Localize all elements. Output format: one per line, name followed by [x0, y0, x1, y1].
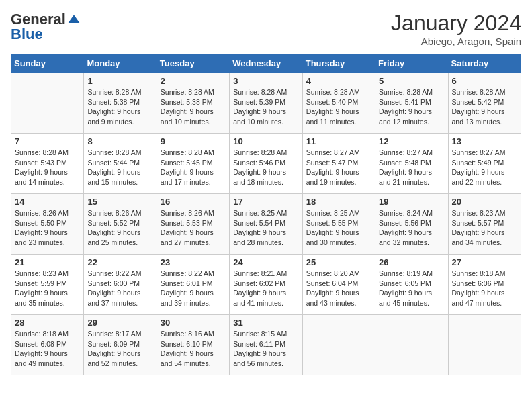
calendar-cell: 28Sunrise: 8:18 AMSunset: 6:08 PMDayligh…: [11, 315, 84, 375]
sunset-text: Sunset: 6:04 PM: [306, 279, 359, 287]
cell-content: Sunrise: 8:23 AMSunset: 5:57 PMDaylight:…: [452, 208, 517, 248]
sunset-text: Sunset: 6:00 PM: [87, 279, 140, 287]
day-number: 22: [87, 257, 152, 267]
calendar-cell: 23Sunrise: 8:22 AMSunset: 6:01 PMDayligh…: [157, 255, 229, 315]
calendar-cell: 27Sunrise: 8:18 AMSunset: 6:06 PMDayligh…: [448, 255, 521, 315]
header-cell-tuesday: Tuesday: [157, 54, 229, 73]
daylight-text: Daylight: 9 hours and 43 minutes.: [306, 289, 359, 307]
sunrise-text: Sunrise: 8:26 AM: [15, 209, 69, 217]
daylight-text: Daylight: 9 hours and 47 minutes.: [452, 289, 505, 307]
day-number: 8: [87, 136, 152, 146]
calendar-cell: 30Sunrise: 8:16 AMSunset: 6:10 PMDayligh…: [157, 315, 229, 375]
week-row-4: 21Sunrise: 8:23 AMSunset: 5:59 PMDayligh…: [11, 255, 521, 315]
day-number: 15: [87, 197, 152, 207]
calendar-cell: 26Sunrise: 8:19 AMSunset: 6:05 PMDayligh…: [375, 255, 448, 315]
day-number: 31: [233, 318, 298, 328]
svg-marker-0: [69, 15, 80, 23]
calendar-cell: [448, 315, 521, 375]
header-cell-friday: Friday: [375, 54, 448, 73]
sunrise-text: Sunrise: 8:27 AM: [306, 148, 360, 156]
cell-content: Sunrise: 8:24 AMSunset: 5:56 PMDaylight:…: [379, 208, 444, 248]
sunrise-text: Sunrise: 8:22 AM: [87, 269, 141, 277]
day-number: 20: [452, 197, 517, 207]
location: Abiego, Aragon, Spain: [391, 36, 521, 47]
sunset-text: Sunset: 5:53 PM: [161, 219, 213, 227]
calendar-cell: 11Sunrise: 8:27 AMSunset: 5:47 PMDayligh…: [302, 134, 375, 194]
cell-content: Sunrise: 8:22 AMSunset: 6:01 PMDaylight:…: [161, 269, 226, 308]
day-number: 13: [452, 136, 517, 146]
calendar-table: SundayMondayTuesdayWednesdayThursdayFrid…: [11, 54, 521, 375]
day-number: 6: [452, 76, 517, 86]
daylight-text: Daylight: 9 hours and 34 minutes.: [452, 228, 505, 246]
daylight-text: Daylight: 9 hours and 10 minutes.: [161, 107, 214, 126]
day-number: 19: [379, 197, 444, 207]
sunrise-text: Sunrise: 8:25 AM: [306, 209, 360, 217]
daylight-text: Daylight: 9 hours and 32 minutes.: [379, 228, 432, 246]
day-number: 5: [379, 76, 444, 86]
sunset-text: Sunset: 5:49 PM: [452, 158, 504, 167]
sunset-text: Sunset: 6:06 PM: [452, 279, 504, 287]
day-number: 9: [161, 136, 226, 146]
sunset-text: Sunset: 5:48 PM: [379, 158, 431, 167]
day-number: 10: [233, 136, 298, 146]
header: General Blue January 2024 Abiego, Aragon…: [11, 11, 521, 47]
cell-content: Sunrise: 8:18 AMSunset: 6:06 PMDaylight:…: [452, 269, 517, 308]
calendar-cell: [302, 315, 375, 375]
header-cell-monday: Monday: [84, 54, 157, 73]
day-number: 24: [233, 257, 298, 267]
logo-blue: Blue: [11, 26, 43, 43]
calendar-cell: 7Sunrise: 8:28 AMSunset: 5:43 PMDaylight…: [11, 134, 84, 194]
sunrise-text: Sunrise: 8:28 AM: [161, 148, 214, 156]
day-number: 30: [161, 318, 226, 328]
header-cell-sunday: Sunday: [11, 54, 84, 73]
calendar-cell: 22Sunrise: 8:22 AMSunset: 6:00 PMDayligh…: [84, 255, 157, 315]
day-number: 29: [87, 318, 152, 328]
calendar-cell: 12Sunrise: 8:27 AMSunset: 5:48 PMDayligh…: [375, 134, 448, 194]
daylight-text: Daylight: 9 hours and 45 minutes.: [379, 289, 432, 307]
day-number: 7: [15, 136, 80, 146]
calendar-cell: 1Sunrise: 8:28 AMSunset: 5:38 PMDaylight…: [84, 73, 157, 134]
calendar-header: SundayMondayTuesdayWednesdayThursdayFrid…: [11, 54, 521, 73]
calendar-cell: [375, 315, 448, 375]
sunrise-text: Sunrise: 8:28 AM: [233, 88, 287, 96]
sunrise-text: Sunrise: 8:28 AM: [452, 88, 506, 96]
sunset-text: Sunset: 6:11 PM: [233, 340, 285, 348]
sunrise-text: Sunrise: 8:28 AM: [233, 148, 287, 156]
header-cell-saturday: Saturday: [448, 54, 521, 73]
cell-content: Sunrise: 8:28 AMSunset: 5:38 PMDaylight:…: [87, 87, 152, 127]
calendar-cell: 18Sunrise: 8:25 AMSunset: 5:55 PMDayligh…: [302, 194, 375, 255]
calendar-cell: 21Sunrise: 8:23 AMSunset: 5:59 PMDayligh…: [11, 255, 84, 315]
calendar-cell: 10Sunrise: 8:28 AMSunset: 5:46 PMDayligh…: [230, 134, 302, 194]
cell-content: Sunrise: 8:28 AMSunset: 5:45 PMDaylight:…: [161, 148, 226, 187]
day-number: 23: [161, 257, 226, 267]
day-number: 17: [233, 197, 298, 207]
sunset-text: Sunset: 6:09 PM: [87, 340, 140, 348]
sunrise-text: Sunrise: 8:28 AM: [87, 88, 141, 96]
cell-content: Sunrise: 8:28 AMSunset: 5:44 PMDaylight:…: [87, 148, 152, 187]
day-number: 18: [306, 197, 371, 207]
daylight-text: Daylight: 9 hours and 19 minutes.: [306, 168, 359, 186]
header-cell-wednesday: Wednesday: [230, 54, 302, 73]
logo: General Blue: [11, 11, 81, 43]
day-number: 1: [87, 76, 152, 86]
calendar-cell: 8Sunrise: 8:28 AMSunset: 5:44 PMDaylight…: [84, 134, 157, 194]
daylight-text: Daylight: 9 hours and 17 minutes.: [161, 168, 214, 186]
calendar-cell: 29Sunrise: 8:17 AMSunset: 6:09 PMDayligh…: [84, 315, 157, 375]
day-number: 27: [452, 257, 517, 267]
month-title: January 2024: [391, 11, 521, 36]
sunset-text: Sunset: 5:55 PM: [306, 219, 359, 227]
calendar-cell: 13Sunrise: 8:27 AMSunset: 5:49 PMDayligh…: [448, 134, 521, 194]
sunset-text: Sunset: 5:43 PM: [15, 158, 67, 167]
sunset-text: Sunset: 6:05 PM: [379, 279, 431, 287]
header-cell-thursday: Thursday: [302, 54, 375, 73]
cell-content: Sunrise: 8:25 AMSunset: 5:55 PMDaylight:…: [306, 208, 371, 248]
sunrise-text: Sunrise: 8:27 AM: [379, 148, 433, 156]
sunrise-text: Sunrise: 8:28 AM: [306, 88, 360, 96]
cell-content: Sunrise: 8:27 AMSunset: 5:49 PMDaylight:…: [452, 148, 517, 187]
day-number: 28: [15, 318, 80, 328]
sunrise-text: Sunrise: 8:28 AM: [87, 148, 141, 156]
daylight-text: Daylight: 9 hours and 15 minutes.: [87, 168, 140, 186]
calendar-cell: [11, 73, 84, 134]
header-row: SundayMondayTuesdayWednesdayThursdayFrid…: [11, 54, 521, 73]
calendar-cell: 16Sunrise: 8:26 AMSunset: 5:53 PMDayligh…: [157, 194, 229, 255]
